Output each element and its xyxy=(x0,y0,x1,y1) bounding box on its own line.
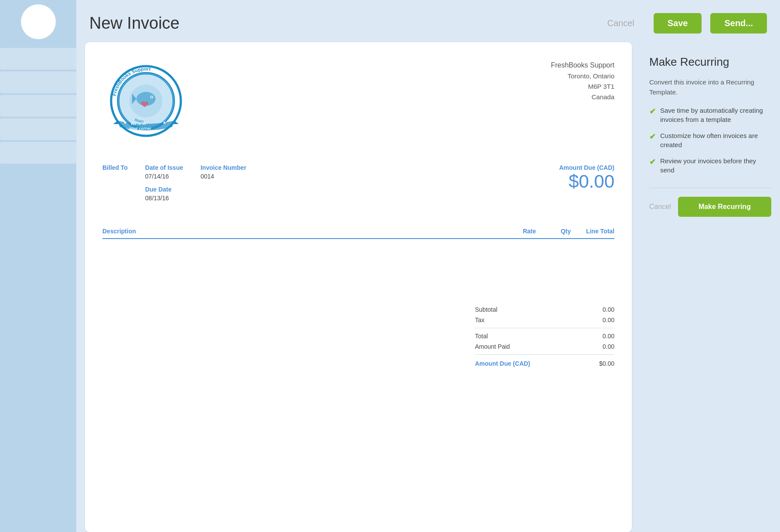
subtotal-row: Subtotal 0.00 xyxy=(475,304,614,315)
date-of-issue-label: Date of Issue xyxy=(145,164,183,171)
recurring-divider xyxy=(649,188,771,188)
content-row: FreshBooks Support team xyxy=(76,42,780,532)
total-label: Total xyxy=(475,333,488,340)
svg-text:your corner: your corner xyxy=(129,126,152,131)
recurring-feature-3: ✔ Review your invoices before they send xyxy=(649,156,771,175)
date-of-issue-value: 07/14/16 xyxy=(145,173,183,180)
check-icon-2: ✔ xyxy=(649,131,656,142)
company-city: Toronto, Ontario xyxy=(551,71,614,81)
rate-col-header: Rate xyxy=(492,228,536,235)
due-date-value: 08/13/16 xyxy=(145,195,183,202)
company-info: FreshBooks Support Toronto, Ontario M6P … xyxy=(551,60,614,102)
send-button[interactable]: Send... xyxy=(710,13,767,34)
totals-section: Subtotal 0.00 Tax 0.00 Total 0.00 Amount… xyxy=(102,304,614,370)
amount-paid-label: Amount Paid xyxy=(475,343,510,350)
amount-due-cad-value: $0.00 xyxy=(599,360,614,367)
invoice-number-value: 0014 xyxy=(200,173,246,180)
amount-due-cad-label: Amount Due (CAD) xyxy=(475,360,530,367)
amount-paid-value: 0.00 xyxy=(603,343,614,350)
tax-value: 0.00 xyxy=(603,317,614,323)
due-date-label: Due Date xyxy=(145,186,183,193)
company-country: Canada xyxy=(551,92,614,102)
amount-due-value: $0.00 xyxy=(559,171,614,192)
invoice-header: FreshBooks Support team xyxy=(102,60,614,147)
totals-table: Subtotal 0.00 Tax 0.00 Total 0.00 Amount… xyxy=(475,304,614,370)
invoice-panel: FreshBooks Support team xyxy=(85,42,632,532)
cancel-recurring-button[interactable]: Cancel xyxy=(649,199,671,215)
divider-1 xyxy=(475,328,614,328)
sidebar-nav-item-3[interactable] xyxy=(0,95,76,117)
date-of-issue-field: Date of Issue 07/14/16 Due Date 08/13/16 xyxy=(145,164,183,202)
total-row: Total 0.00 xyxy=(475,331,614,341)
qty-col-header: Qty xyxy=(536,228,571,235)
sidebar-nav-item-4[interactable] xyxy=(0,118,76,140)
amount-due-cad-row: Amount Due (CAD) $0.00 xyxy=(475,357,614,370)
recurring-feature-2: ✔ Customize how often invoices are creat… xyxy=(649,131,771,149)
svg-text:★: ★ xyxy=(123,120,127,125)
billed-to-label: Billed To xyxy=(102,164,128,171)
total-value: 0.00 xyxy=(603,333,614,340)
line-total-col-header: Line Total xyxy=(571,228,614,235)
subtotal-label: Subtotal xyxy=(475,306,497,313)
page-title: New Invoice xyxy=(89,14,588,33)
invoice-number-label: Invoice Number xyxy=(200,164,246,171)
sidebar-nav-item-5[interactable] xyxy=(0,142,76,164)
svg-point-9 xyxy=(151,97,153,98)
make-recurring-button[interactable]: Make Recurring xyxy=(678,197,771,217)
recurring-title: Make Recurring xyxy=(649,55,771,69)
amount-due-label: Amount Due (CAD) xyxy=(559,164,614,171)
sidebar-nav-item-1[interactable] xyxy=(0,48,76,70)
recurring-feature-1: ✔ Save time by automatically creating in… xyxy=(649,106,771,124)
tax-label: Tax xyxy=(475,317,485,323)
sidebar xyxy=(0,0,76,532)
avatar xyxy=(21,4,56,39)
amount-paid-row: Amount Paid 0.00 xyxy=(475,341,614,352)
company-postal: M6P 3T1 xyxy=(551,81,614,92)
recurring-features-list: ✔ Save time by automatically creating in… xyxy=(649,106,771,175)
company-name: FreshBooks Support xyxy=(551,60,614,71)
svg-text:★: ★ xyxy=(163,120,166,125)
check-icon-3: ✔ xyxy=(649,157,656,168)
cancel-button[interactable]: Cancel xyxy=(597,13,644,34)
amount-due-section: Amount Due (CAD) $0.00 xyxy=(559,164,614,202)
line-items-header: Description Rate Qty Line Total xyxy=(102,228,614,239)
save-button[interactable]: Save xyxy=(654,13,702,34)
subtotal-value: 0.00 xyxy=(603,306,614,313)
svg-text:We're in: We're in xyxy=(131,121,146,126)
recurring-actions: Cancel Make Recurring xyxy=(649,197,771,217)
main-area: New Invoice Cancel Save Send... xyxy=(76,0,780,532)
recurring-desc: Convert this invoice into a Recurring Te… xyxy=(649,77,771,97)
invoice-meta: Billed To Date of Issue 07/14/16 Due Dat… xyxy=(102,164,614,202)
recurring-panel: Make Recurring Convert this invoice into… xyxy=(641,42,780,532)
check-icon-1: ✔ xyxy=(649,106,656,117)
divider-2 xyxy=(475,354,614,355)
desc-col-header: Description xyxy=(102,228,492,235)
line-items-body xyxy=(102,239,614,291)
feature-1-text: Save time by automatically creating invo… xyxy=(660,106,771,124)
tax-row: Tax 0.00 xyxy=(475,315,614,325)
feature-3-text: Review your invoices before they send xyxy=(660,156,771,175)
feature-2-text: Customize how often invoices are created xyxy=(660,131,771,149)
sidebar-nav-item-2[interactable] xyxy=(0,71,76,93)
billed-to-field: Billed To xyxy=(102,164,128,202)
invoice-number-field: Invoice Number 0014 xyxy=(200,164,246,202)
company-logo: FreshBooks Support team xyxy=(102,60,190,147)
header: New Invoice Cancel Save Send... xyxy=(76,9,780,42)
